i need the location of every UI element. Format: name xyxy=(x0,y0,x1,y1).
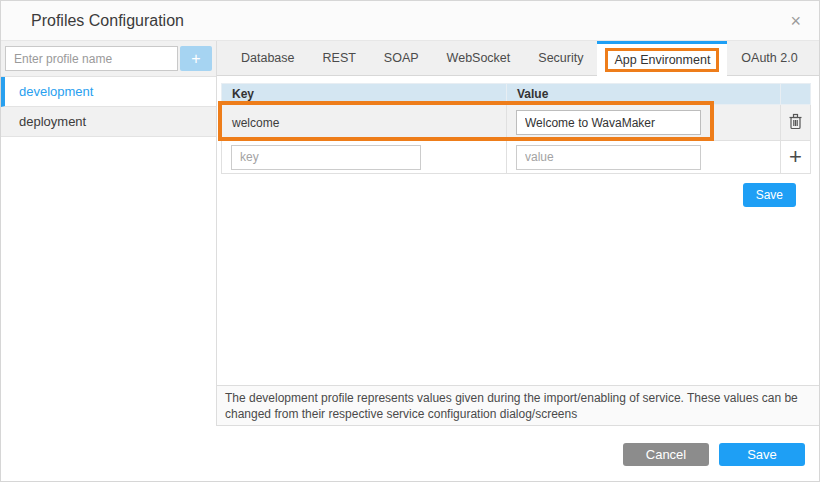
tab-app-environment[interactable]: App Environment xyxy=(597,41,727,76)
profile-list: development deployment xyxy=(1,77,216,137)
profiles-configuration-dialog: Profiles Configuration × + development d… xyxy=(0,0,820,482)
save-button[interactable]: Save xyxy=(719,443,805,466)
tab-app-environment-label: App Environment xyxy=(605,48,719,72)
key-cell: welcome xyxy=(222,105,507,141)
table-save-button[interactable]: Save xyxy=(743,183,796,207)
column-header-key: Key xyxy=(222,84,507,105)
content-panel: Database REST SOAP WebSocket Security Ap… xyxy=(217,41,819,426)
tab-database[interactable]: Database xyxy=(227,41,309,75)
tab-soap[interactable]: SOAP xyxy=(370,41,433,75)
value-input[interactable] xyxy=(516,110,701,135)
tab-websocket[interactable]: WebSocket xyxy=(433,41,525,75)
new-key-input[interactable] xyxy=(231,145,421,170)
column-header-actions xyxy=(781,84,811,105)
profile-description-text: The development profile represents value… xyxy=(217,385,819,426)
profile-name-input[interactable] xyxy=(5,46,178,71)
profiles-sidebar: + development deployment xyxy=(1,41,217,426)
new-entry-row: + xyxy=(222,141,811,174)
table-row: welcome xyxy=(222,105,811,141)
add-profile-button[interactable]: + xyxy=(180,46,212,71)
delete-row-icon[interactable] xyxy=(788,113,803,130)
key-value-table: Key Value welcome xyxy=(221,83,811,174)
dialog-header: Profiles Configuration × xyxy=(1,1,819,41)
table-header-row: Key Value xyxy=(222,84,811,105)
app-environment-panel: Key Value welcome xyxy=(217,76,819,385)
dialog-body: + development deployment Database REST S… xyxy=(1,41,819,426)
tab-bar: Database REST SOAP WebSocket Security Ap… xyxy=(217,41,819,76)
tab-oauth-2-0[interactable]: OAuth 2.0 xyxy=(727,41,811,75)
profile-item-deployment[interactable]: deployment xyxy=(1,107,216,137)
close-icon[interactable]: × xyxy=(786,10,805,32)
cancel-button[interactable]: Cancel xyxy=(623,443,709,466)
add-row-icon[interactable]: + xyxy=(789,144,802,169)
profile-add-bar: + xyxy=(1,41,216,77)
dialog-footer: Cancel Save xyxy=(1,426,819,481)
profile-item-development[interactable]: development xyxy=(1,77,216,107)
new-value-input[interactable] xyxy=(516,145,701,170)
tab-security[interactable]: Security xyxy=(524,41,597,75)
column-header-value: Value xyxy=(507,84,781,105)
dialog-title: Profiles Configuration xyxy=(31,12,786,30)
tab-rest[interactable]: REST xyxy=(309,41,370,75)
